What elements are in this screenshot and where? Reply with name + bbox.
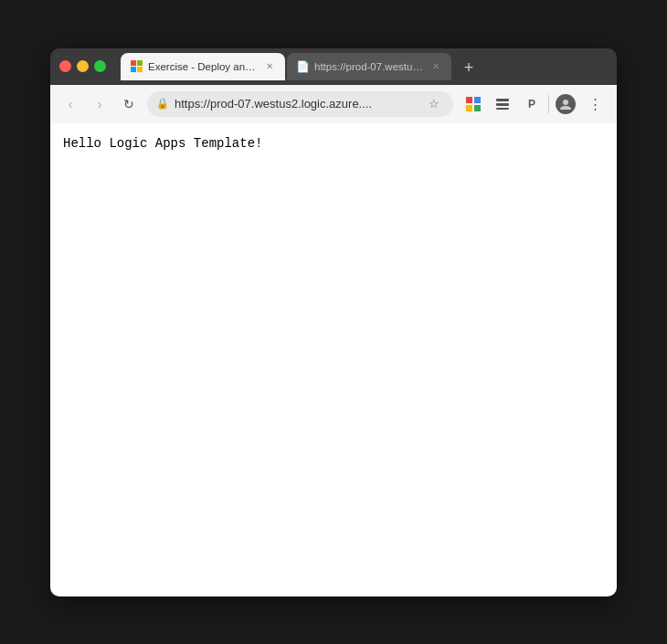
tab-1[interactable]: Exercise - Deploy and expor ✕ [121,53,285,80]
ext1-button[interactable] [461,91,486,117]
tab-2[interactable]: 📄 https://prod-07.westus2.logi ✕ [287,53,451,80]
tab-1-favicon [130,60,143,73]
tabs-area: Exercise - Deploy and expor ✕ 📄 https://… [113,53,608,80]
page-icon: 📄 [296,60,310,73]
new-tab-button[interactable]: + [457,57,481,80]
ms-icon [131,60,143,72]
menu-button[interactable]: ⋮ [582,91,608,117]
bookmark-button[interactable]: ☆ [424,94,444,114]
back-button[interactable]: ‹ [59,93,81,115]
person-icon [559,98,572,111]
ext3-label: P [528,98,535,111]
svg-rect-3 [474,105,481,111]
forward-button[interactable]: › [89,93,111,115]
address-bar: ‹ › ↻ 🔒 https://prod-07.westus2.logic.az… [50,85,617,123]
traffic-lights [59,60,106,72]
tab-2-close[interactable]: ✕ [429,60,442,73]
profile-button[interactable] [553,91,578,117]
maps-icon [466,97,481,111]
svg-rect-4 [496,99,509,101]
toolbar-divider [548,95,549,113]
ext3-button[interactable]: P [519,91,545,117]
svg-rect-1 [474,97,481,103]
tab-2-favicon: 📄 [296,60,309,73]
reload-button[interactable]: ↻ [118,93,140,115]
page-text: Hello Logic Apps Template! [63,136,262,151]
page-content: Hello Logic Apps Template! [50,123,617,596]
toolbar-right: P ⋮ [461,91,608,117]
tab-1-close[interactable]: ✕ [263,60,276,73]
svg-rect-0 [466,97,472,103]
svg-rect-6 [496,108,509,110]
svg-rect-2 [466,105,472,111]
maximize-button[interactable] [94,60,106,72]
ext2-button[interactable] [490,91,515,117]
close-button[interactable] [59,60,71,72]
url-text: https://prod-07.westus2.logic.azure.... [175,97,418,111]
tab-2-label: https://prod-07.westus2.logi [314,61,424,72]
url-actions: ☆ [424,94,444,114]
avatar [556,94,576,114]
title-bar: Exercise - Deploy and expor ✕ 📄 https://… [50,48,617,85]
minimize-button[interactable] [77,60,89,72]
svg-point-7 [563,100,568,105]
browser-window: Exercise - Deploy and expor ✕ 📄 https://… [50,48,617,596]
url-bar[interactable]: 🔒 https://prod-07.westus2.logic.azure...… [147,91,453,117]
stack-icon [495,97,510,111]
tab-1-label: Exercise - Deploy and expor [148,61,258,72]
svg-rect-5 [496,103,509,106]
lock-icon: 🔒 [156,98,169,110]
